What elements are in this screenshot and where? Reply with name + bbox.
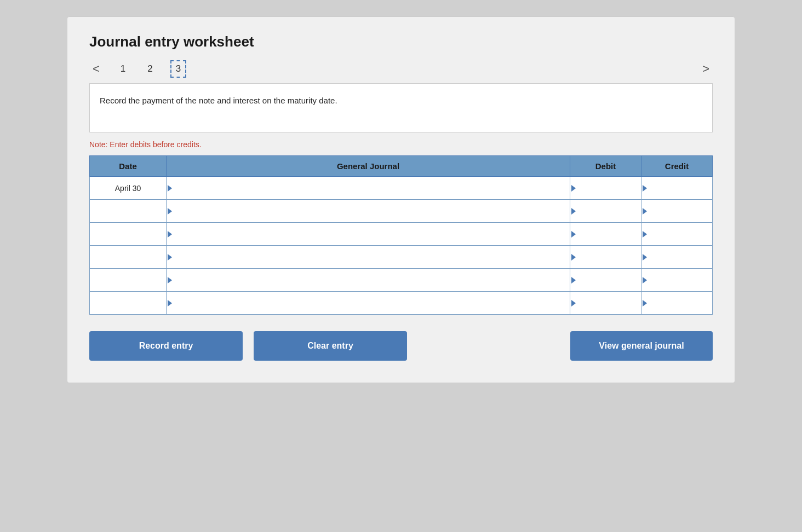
arrow-marker	[168, 231, 172, 238]
debit-cell-3[interactable]	[570, 223, 641, 246]
view-general-journal-button[interactable]: View general journal	[570, 331, 713, 361]
col-header-debit: Debit	[570, 156, 641, 177]
journal-cell-3[interactable]	[167, 223, 570, 246]
note-text: Note: Enter debits before credits.	[89, 140, 713, 149]
journal-table: Date General Journal Debit Credit April …	[89, 155, 713, 315]
arrow-marker	[571, 277, 576, 284]
journal-cell-5[interactable]	[167, 269, 570, 292]
date-cell-5[interactable]	[90, 269, 167, 292]
arrow-marker	[643, 208, 647, 215]
prev-arrow[interactable]: <	[89, 61, 103, 77]
clear-entry-button[interactable]: Clear entry	[254, 331, 407, 361]
table-row	[90, 246, 713, 269]
col-header-date: Date	[90, 156, 167, 177]
table-row	[90, 292, 713, 315]
nav-item-3[interactable]: 3	[170, 60, 186, 78]
arrow-marker	[643, 277, 647, 284]
arrow-marker	[643, 231, 647, 238]
credit-cell-6[interactable]	[641, 292, 713, 315]
arrow-marker	[168, 185, 172, 192]
arrow-marker	[571, 254, 576, 261]
debit-cell-6[interactable]	[570, 292, 641, 315]
credit-cell-3[interactable]	[641, 223, 713, 246]
instruction-box: Record the payment of the note and inter…	[89, 83, 713, 132]
arrow-marker	[571, 208, 576, 215]
arrow-marker	[571, 231, 576, 238]
table-row	[90, 269, 713, 292]
journal-cell-4[interactable]	[167, 246, 570, 269]
journal-cell-1[interactable]	[167, 177, 570, 200]
date-cell-6[interactable]	[90, 292, 167, 315]
debit-cell-1[interactable]	[570, 177, 641, 200]
record-entry-button[interactable]: Record entry	[89, 331, 243, 361]
date-cell-4[interactable]	[90, 246, 167, 269]
arrow-marker	[643, 254, 647, 261]
nav-item-2[interactable]: 2	[143, 61, 157, 77]
date-cell-1[interactable]: April 30	[90, 177, 167, 200]
worksheet-container: Journal entry worksheet < 1 2 3 > Record…	[67, 16, 735, 383]
debit-cell-4[interactable]	[570, 246, 641, 269]
arrow-marker	[643, 185, 647, 192]
credit-cell-1[interactable]	[641, 177, 713, 200]
debit-cell-5[interactable]	[570, 269, 641, 292]
arrow-marker	[168, 277, 172, 284]
arrow-marker	[168, 254, 172, 261]
debit-cell-2[interactable]	[570, 200, 641, 223]
col-header-journal: General Journal	[167, 156, 570, 177]
navigation-row: < 1 2 3 >	[89, 60, 713, 78]
next-arrow[interactable]: >	[699, 61, 713, 77]
credit-cell-2[interactable]	[641, 200, 713, 223]
credit-cell-5[interactable]	[641, 269, 713, 292]
arrow-marker	[168, 208, 172, 215]
arrow-marker	[571, 300, 576, 307]
journal-cell-2[interactable]	[167, 200, 570, 223]
nav-item-1[interactable]: 1	[116, 61, 130, 77]
arrow-marker	[571, 185, 576, 192]
arrow-marker	[643, 300, 647, 307]
date-cell-2[interactable]	[90, 200, 167, 223]
page-title: Journal entry worksheet	[89, 33, 713, 50]
col-header-credit: Credit	[641, 156, 713, 177]
button-row: Record entry Clear entry View general jo…	[89, 331, 713, 361]
arrow-marker	[168, 300, 172, 307]
table-row	[90, 223, 713, 246]
table-row	[90, 200, 713, 223]
instruction-text: Record the payment of the note and inter…	[100, 96, 337, 105]
journal-cell-6[interactable]	[167, 292, 570, 315]
date-cell-3[interactable]	[90, 223, 167, 246]
table-row: April 30	[90, 177, 713, 200]
credit-cell-4[interactable]	[641, 246, 713, 269]
